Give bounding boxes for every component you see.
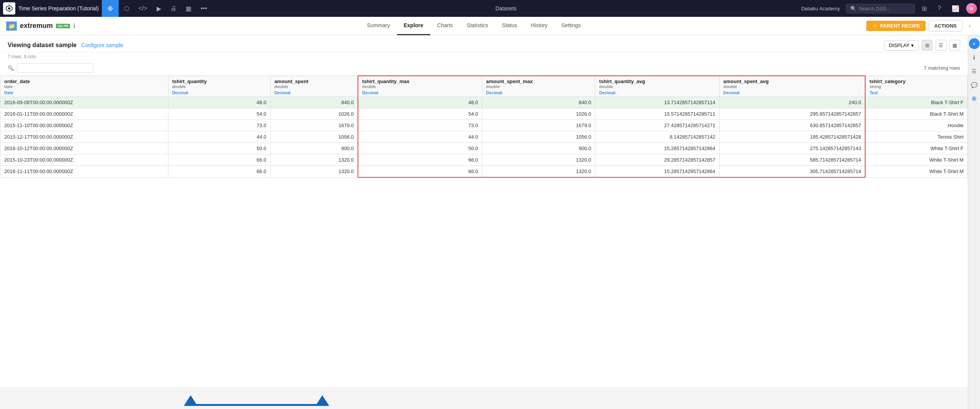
info-sidebar-icon[interactable]: ℹ	[969, 52, 980, 63]
apps-grid-icon[interactable]: ⊞	[918, 0, 931, 17]
rows-info: 7 rows, 8 cols	[0, 52, 968, 61]
avatar[interactable]: U	[966, 3, 977, 14]
topbar: Time Series Preparation (Tutorial) ⬡ </>…	[0, 0, 980, 17]
tab-summary[interactable]: Summary	[360, 17, 397, 35]
col-tshirt_category[interactable]: tshirt_category string Text	[865, 76, 967, 97]
right-sidebar: + ℹ ☰ 💬 ④	[968, 35, 980, 409]
actions-button[interactable]: ACTIONS	[929, 20, 963, 31]
col-order_date[interactable]: order_date date Date	[0, 76, 168, 97]
gdpr-badge: GD PR	[56, 24, 70, 28]
tab-status[interactable]: Status	[495, 17, 524, 35]
search-placeholder: Search DSS...	[859, 6, 890, 11]
datasets-label: Datasets	[212, 5, 800, 11]
chat-sidebar-icon[interactable]: 💬	[969, 80, 980, 90]
tab-charts[interactable]: Charts	[430, 17, 460, 35]
matching-rows-label: 7 matching rows	[924, 65, 960, 71]
topbar-right: Dataiku Academy 🔍 Search DSS... ⊞ ? 📈 U	[801, 0, 977, 17]
add-sidebar-icon[interactable]: +	[969, 38, 980, 49]
col-amount_spent[interactable]: amount_spent double Decimal	[270, 76, 358, 97]
dataset-info-icon[interactable]: ℹ	[73, 22, 75, 29]
info-bar: Viewing dataset sample Configure sample …	[0, 35, 968, 52]
grid-view-icon[interactable]: ⊞	[922, 40, 933, 51]
print-icon[interactable]: 🖨	[167, 0, 180, 17]
bottom-arrows	[0, 387, 968, 409]
analytics-icon[interactable]: 📈	[948, 0, 963, 17]
number-sidebar-icon[interactable]: ④	[969, 93, 980, 104]
code-icon[interactable]: </>	[135, 0, 151, 17]
filter-input[interactable]	[17, 63, 93, 73]
parent-recipe-button[interactable]: ⚡ PARENT RECIPE	[866, 21, 926, 31]
table-header: order_date date Date tshirt_quantity dou…	[0, 76, 968, 97]
data-table: order_date date Date tshirt_quantity dou…	[0, 75, 968, 178]
chevron-down-icon: ▾	[911, 43, 914, 48]
table-body: 2016-09-08T00:00:00.000000Z48.0840.048.0…	[0, 97, 968, 178]
col-tshirt_quantity_avg[interactable]: tshirt_quantity_avg double Decimal	[595, 76, 719, 97]
table-filter-row: 🔍 7 matching rows	[0, 61, 968, 75]
recipe-icon: ⚡	[872, 23, 878, 29]
list-sidebar-icon[interactable]: ☰	[969, 66, 980, 77]
secondbar: 📁 extremum GD PR ℹ Summary Explore Chart…	[0, 17, 980, 35]
nav-tabs: Summary Explore Charts Statistics Status…	[82, 17, 866, 35]
arrow-right-icon	[315, 395, 329, 406]
flow-tab[interactable]	[102, 0, 119, 17]
viewing-title: Viewing dataset sample	[8, 42, 77, 49]
academy-label: Dataiku Academy	[801, 6, 840, 11]
tab-settings[interactable]: Settings	[554, 17, 588, 35]
nav-right-buttons: ⚡ PARENT RECIPE ACTIONS ›	[866, 20, 974, 31]
blue-arrow-annotation	[184, 391, 329, 406]
svg-point-2	[109, 8, 111, 9]
content-area: Viewing dataset sample Configure sample …	[0, 35, 968, 409]
tab-history[interactable]: History	[524, 17, 555, 35]
table-wrapper[interactable]: order_date date Date tshirt_quantity dou…	[0, 75, 968, 387]
main-area: Viewing dataset sample Configure sample …	[0, 35, 980, 409]
compact-view-icon[interactable]: ▦	[949, 40, 960, 51]
search-box[interactable]: 🔍 Search DSS...	[846, 4, 915, 13]
tab-statistics[interactable]: Statistics	[460, 17, 495, 35]
tab-explore[interactable]: Explore	[397, 17, 430, 35]
dataset-name: extremum	[20, 22, 53, 30]
table-row: 2016-11-11T00:00:00.000000Z66.01320.066.…	[0, 166, 968, 178]
configure-sample-link[interactable]: Configure sample	[81, 42, 123, 48]
table-row: 2016-09-08T00:00:00.000000Z48.0840.048.0…	[0, 97, 968, 108]
play-icon[interactable]: ▶	[153, 0, 165, 17]
more-icon[interactable]: •••	[197, 0, 211, 17]
collapse-button[interactable]: ›	[965, 22, 974, 30]
arrow-hline	[191, 404, 322, 406]
hexagon-icon[interactable]: ⬡	[120, 0, 133, 17]
col-amount_spent_avg[interactable]: amount_spent_avg double Decimal	[719, 76, 865, 97]
project-title: Time Series Preparation (Tutorial)	[18, 5, 99, 11]
app-logo[interactable]	[3, 2, 15, 15]
col-amount_spent_max[interactable]: amount_spent_max double Decimal	[482, 76, 595, 97]
display-controls: DISPLAY ▾ ⊞ ☰ ▦	[884, 40, 960, 51]
search-icon: 🔍	[850, 6, 856, 11]
folder-icon: 📁	[6, 21, 17, 31]
header-row: order_date date Date tshirt_quantity dou…	[0, 76, 968, 97]
help-icon[interactable]: ?	[934, 0, 945, 17]
col-tshirt_quantity_max[interactable]: tshirt_quantity_max double Decimal	[358, 76, 482, 97]
col-tshirt_quantity[interactable]: tshirt_quantity double Decimal	[168, 76, 270, 97]
filter-search-icon: 🔍	[8, 65, 14, 71]
dataset-icon-area: 📁 extremum GD PR ℹ	[6, 21, 75, 31]
svg-point-1	[8, 7, 10, 10]
table-row: 2015-11-10T00:00:00.000000Z73.01679.073.…	[0, 120, 968, 131]
list-view-icon[interactable]: ☰	[936, 40, 946, 51]
grid-small-icon[interactable]: ▦	[182, 0, 195, 17]
table-row: 2016-10-12T00:00:00.000000Z50.0900.050.0…	[0, 143, 968, 154]
display-button[interactable]: DISPLAY ▾	[884, 40, 919, 51]
table-row: 2015-10-23T00:00:00.000000Z66.01320.066.…	[0, 154, 968, 166]
table-row: 2016-01-11T00:00:00.000000Z54.01026.054.…	[0, 108, 968, 120]
table-row: 2015-12-17T00:00:00.000000Z44.01056.044.…	[0, 131, 968, 143]
